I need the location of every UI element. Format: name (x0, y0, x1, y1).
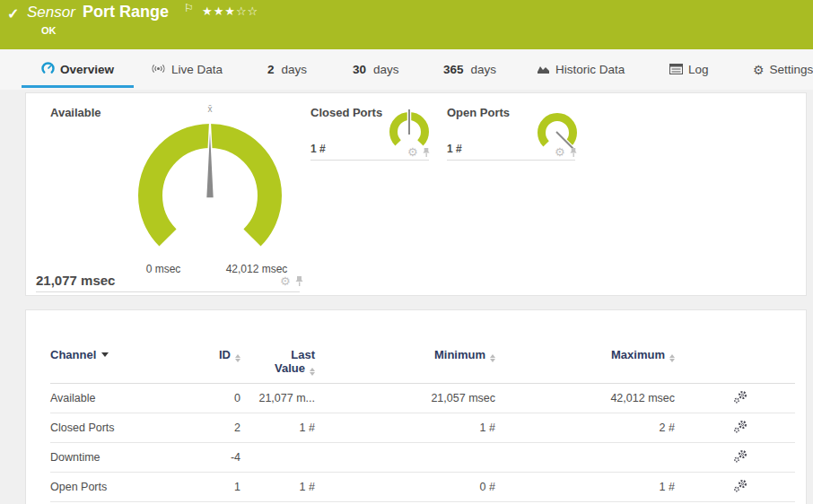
tab-2-days-label: days (282, 63, 308, 76)
broadcast-icon (151, 63, 166, 76)
gauge-max-label: 42,012 msec (226, 263, 288, 275)
channel-maximum: 42,012 msec (495, 392, 675, 404)
col-header-maximum-label: Maximum (611, 348, 665, 361)
col-header-channel[interactable]: Channel (50, 348, 194, 376)
gauge-open-ports-actions: ⚙ (555, 146, 578, 158)
gauge-min-label: 0 msec (146, 263, 181, 275)
sensor-title: Port Range (83, 3, 169, 22)
table-row-open-ports[interactable]: Open Ports 1 1 # 0 # 1 # (50, 473, 795, 502)
average-marker: x̄ (208, 104, 213, 114)
channel-maximum: 2 # (495, 421, 675, 434)
channel-name: Closed Ports (50, 421, 194, 434)
tab-log-label: Log (688, 63, 709, 76)
channel-id: 2 (194, 421, 240, 434)
col-header-id-label: ID (219, 348, 231, 361)
channel-settings-gears-icon[interactable] (733, 449, 748, 466)
channel-last-value: 1 # (240, 421, 315, 434)
col-header-maximum[interactable]: Maximum (495, 348, 675, 376)
gauge-available-label: Available (50, 106, 101, 119)
gear-icon: ⚙ (753, 64, 765, 76)
flag-icon[interactable]: ⚐ (184, 2, 194, 14)
channel-minimum: 0 # (315, 481, 495, 493)
tab-30-days[interactable]: 30 days (353, 49, 399, 90)
channel-minimum: 1 # (315, 421, 495, 434)
table-row-downtime[interactable]: Downtime -4 (50, 443, 795, 473)
channel-id: -4 (194, 451, 240, 464)
channel-settings-gears-icon[interactable] (733, 420, 748, 437)
channel-id: 1 (194, 481, 240, 493)
gauge-open-ports-divider (447, 160, 575, 161)
priority-stars[interactable]: ★★★☆☆ (202, 4, 258, 18)
gauge-available-actions: ⚙ (280, 275, 304, 287)
channel-name: Available (50, 392, 194, 404)
gauge-closed-ports-divider (310, 160, 429, 161)
table-row-closed-ports[interactable]: Closed Ports 2 1 # 1 # 2 # (50, 413, 795, 443)
tab-2-days-number: 2 (267, 63, 275, 76)
tab-overview-label: Overview (60, 63, 114, 76)
tab-365-days-label: days (471, 63, 497, 76)
channel-maximum: 1 # (495, 481, 675, 493)
pin-icon[interactable] (422, 147, 431, 158)
col-header-last-value[interactable]: Last Value (240, 348, 315, 376)
gauge-closed-ports-label: Closed Ports (310, 106, 382, 119)
log-list-icon (669, 64, 683, 76)
channel-name: Downtime (50, 451, 194, 464)
tab-settings-label: Settings (770, 63, 813, 76)
channel-settings-gear-icon[interactable]: ⚙ (407, 146, 418, 158)
historic-chart-icon (537, 64, 550, 76)
tab-historic-data[interactable]: Historic Data (537, 49, 625, 90)
active-tab-underline (22, 85, 134, 88)
channel-settings-gear-icon[interactable]: ⚙ (280, 275, 291, 287)
tab-bar: Overview Live Data 2 days 30 days 365 da… (0, 49, 813, 90)
gauges-panel: Available x̄ 0 msec 42,012 msec 21,077 m… (25, 92, 807, 296)
gauge-available-value: 21,077 msec (36, 273, 115, 288)
channel-settings-gears-icon[interactable] (733, 479, 748, 496)
channel-table-panel: Channel ID Last Value Minimum Maximum Av… (25, 309, 807, 504)
sensor-titlebar: ✓ Sensor Port Range ⚐ ★★★☆☆ OK (0, 0, 813, 49)
col-header-value-label: Value (275, 361, 305, 375)
gauge-open-ports-value: 1 # (447, 143, 462, 155)
status-ok-check-icon: ✓ (7, 5, 19, 22)
table-row-available[interactable]: Available 0 21,077 m... 21,057 msec 42,0… (50, 384, 795, 413)
col-header-id[interactable]: ID (194, 348, 240, 376)
tab-live-data[interactable]: Live Data (151, 49, 223, 90)
tab-log[interactable]: Log (669, 49, 709, 90)
channel-settings-gear-icon[interactable]: ⚙ (555, 146, 565, 158)
sort-descending-icon (101, 352, 109, 357)
tab-settings[interactable]: ⚙ Settings (753, 49, 813, 90)
channel-last-value: 21,077 m... (240, 392, 315, 404)
tab-historic-data-label: Historic Data (555, 63, 625, 76)
channel-name: Open Ports (50, 481, 194, 493)
col-header-minimum[interactable]: Minimum (315, 348, 495, 376)
gauge-icon (41, 62, 55, 77)
gauge-available-divider (36, 291, 300, 292)
tab-overview[interactable]: Overview (22, 49, 134, 90)
channel-id: 0 (194, 392, 240, 404)
col-header-minimum-label: Minimum (434, 348, 485, 361)
gauge-open-ports-label: Open Ports (447, 106, 510, 119)
available-gauge: x̄ (116, 101, 304, 290)
pin-icon[interactable] (294, 275, 304, 287)
channel-table-header: Channel ID Last Value Minimum Maximum (50, 310, 795, 384)
gauge-closed-ports-value: 1 # (310, 143, 326, 155)
sensor-kind-label: Sensor (27, 4, 75, 22)
tab-365-days[interactable]: 365 days (443, 49, 496, 90)
tab-30-days-label: days (373, 63, 399, 76)
col-header-last-label: Last (291, 348, 315, 361)
tab-30-days-number: 30 (353, 63, 366, 76)
col-header-channel-label: Channel (50, 348, 96, 361)
pin-icon[interactable] (569, 147, 578, 158)
channel-settings-gears-icon[interactable] (733, 390, 748, 407)
gauge-closed-ports-actions: ⚙ (407, 146, 431, 158)
tab-live-data-label: Live Data (171, 63, 223, 76)
tab-2-days[interactable]: 2 days (267, 49, 307, 90)
tab-365-days-number: 365 (443, 63, 464, 76)
channel-minimum: 21,057 msec (315, 392, 495, 404)
channel-last-value: 1 # (240, 481, 315, 493)
sensor-status-badge: OK (41, 25, 57, 36)
